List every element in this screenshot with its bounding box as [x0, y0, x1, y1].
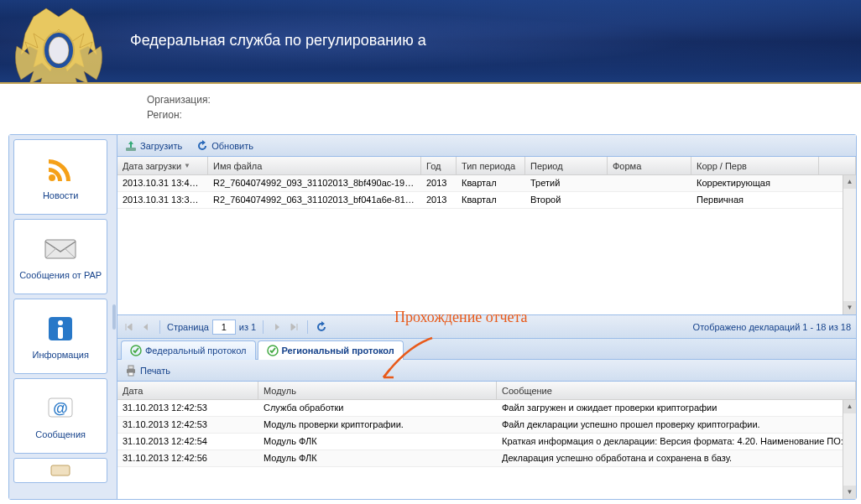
cell-date: 2013.10.31 13:42:49 [117, 175, 208, 191]
header-title: Федеральная служба по регулированию а [130, 32, 426, 49]
separator [263, 320, 264, 334]
table-row[interactable]: 31.10.2013 12:42:56 Модуль ФЛК Деклараци… [117, 450, 856, 467]
sidebar-item-extra[interactable] [13, 458, 107, 483]
cell: 31.10.2013 12:42:53 [117, 417, 258, 433]
cell-ptype: Квартал [457, 175, 525, 191]
cell: 31.10.2013 12:42:53 [117, 400, 258, 416]
tab-label: Региональный протокол [282, 346, 394, 356]
top-toolbar: Загрузить Обновить [117, 135, 856, 157]
svg-rect-11 [51, 465, 70, 475]
last-page-button[interactable] [287, 320, 300, 334]
first-page-button[interactable] [123, 320, 136, 334]
table-row[interactable]: 2013.10.31 13:42:49 R2_7604074992_093_31… [117, 175, 856, 192]
table-row[interactable]: 31.10.2013 12:42:53 Служба обработки Фай… [117, 400, 856, 417]
cell-ptype: Квартал [457, 192, 525, 208]
separator [307, 320, 308, 334]
col-header-year[interactable]: Год [421, 157, 457, 174]
cell: Краткая информация о декларации: Версия … [497, 434, 856, 449]
refresh-icon [196, 139, 209, 153]
pager: Страница из 1 Отображено деклараций 1 - … [117, 314, 856, 338]
reload-button[interactable] [315, 320, 328, 334]
cell: Служба обработки [258, 400, 497, 416]
col-header-spacer [819, 157, 856, 174]
bottom-grid-header: Дата Модуль Сообщение [117, 382, 856, 400]
page-label: Страница [167, 322, 209, 332]
next-page-button[interactable] [270, 320, 284, 334]
cell: Модуль проверки криптографии. [258, 417, 497, 433]
separator [159, 320, 160, 334]
sidebar-item-news[interactable]: Новости [13, 139, 107, 215]
cell-corr: Первичная [691, 192, 819, 208]
tab-regional[interactable]: Региональный протокол [258, 340, 404, 360]
table-row[interactable]: 2013.10.31 13:38:31 R2_7604074992_063_31… [117, 192, 856, 209]
svg-point-7 [58, 320, 63, 325]
tab-federal[interactable]: Федеральный протокол [121, 340, 256, 360]
print-label: Печать [140, 366, 170, 376]
tabs: Федеральный протокол Региональный проток… [117, 338, 856, 360]
svg-point-1 [49, 37, 69, 64]
content-area: Загрузить Обновить Дата загрузки ▼ Имя ф… [117, 135, 856, 499]
bottom-panel: Печать Дата Модуль Сообщение 31.10.2013 … [117, 360, 856, 499]
scrollbar[interactable] [843, 175, 856, 314]
tab-label: Федеральный протокол [145, 346, 247, 356]
svg-text:@: @ [53, 400, 68, 417]
print-button[interactable]: Печать [121, 362, 174, 379]
cell-date: 2013.10.31 13:38:31 [117, 192, 208, 208]
sidebar-item-label: Информация [33, 350, 89, 361]
refresh-label: Обновить [211, 141, 253, 151]
cell: 31.10.2013 12:42:54 [117, 434, 258, 449]
col-header-file[interactable]: Имя файла [208, 157, 421, 174]
printer-icon [124, 364, 138, 377]
cell-period: Второй [525, 192, 608, 208]
splitter[interactable] [112, 135, 117, 499]
envelope-icon [44, 232, 77, 266]
col-header-bmodule[interactable]: Модуль [258, 382, 497, 399]
at-icon: @ [44, 392, 77, 425]
app-header: Федеральная служба по регулированию а [0, 0, 861, 84]
sidebar-item-label: Сообщения от РАР [19, 270, 102, 281]
sort-desc-icon: ▼ [184, 162, 190, 169]
info-bar: Организация: Регион: [0, 84, 861, 131]
table-row[interactable]: 31.10.2013 12:42:53 Модуль проверки крип… [117, 417, 856, 434]
table-row[interactable]: 31.10.2013 12:42:54 Модуль ФЛК Краткая и… [117, 434, 856, 450]
check-icon [267, 345, 279, 356]
col-header-corr[interactable]: Корр / Перв [691, 157, 819, 174]
cell: Файл декларации успешно прошел проверку … [497, 417, 856, 433]
col-header-ptype[interactable]: Тип периода [457, 157, 525, 174]
bottom-grid-body: 31.10.2013 12:42:53 Служба обработки Фай… [117, 400, 856, 499]
refresh-button[interactable]: Обновить [192, 138, 257, 154]
scrollbar[interactable] [843, 400, 856, 499]
col-header-form[interactable]: Форма [608, 157, 691, 174]
svg-rect-5 [45, 240, 76, 258]
extra-icon [48, 463, 73, 478]
main-panel: Новости Сообщения от РАР Информация @ Со… [8, 134, 857, 500]
cell: Декларация успешно обработана и сохранен… [497, 450, 856, 466]
sidebar-item-info[interactable]: Информация [13, 299, 107, 374]
prev-page-button[interactable] [139, 320, 153, 334]
page-input[interactable] [212, 320, 236, 335]
cell-file: R2_7604074992_093_31102013_8bf490ac-1929… [208, 175, 421, 191]
emblem-icon [8, 4, 109, 84]
rss-icon [44, 153, 77, 186]
cell: Модуль ФЛК [258, 434, 497, 449]
cell-year: 2013 [421, 175, 457, 191]
load-button[interactable]: Загрузить [121, 138, 185, 154]
cell: Модуль ФЛК [258, 450, 497, 466]
header-background [0, 0, 861, 82]
svg-point-4 [49, 174, 55, 181]
col-header-bdate[interactable]: Дата [117, 382, 258, 399]
org-label: Организация: [147, 92, 861, 107]
cell: Файл загружен и ожидает проверки криптог… [497, 400, 856, 416]
col-header-bmsg[interactable]: Сообщение [497, 382, 856, 399]
col-header-date[interactable]: Дата загрузки ▼ [117, 157, 208, 174]
svg-rect-17 [128, 372, 133, 376]
load-label: Загрузить [140, 141, 182, 151]
page-of-label: из 1 [239, 322, 256, 332]
col-header-period[interactable]: Период [525, 157, 608, 174]
cell-period: Третий [525, 175, 608, 191]
sidebar-item-messages[interactable]: @ Сообщения [13, 378, 107, 454]
svg-rect-16 [128, 366, 133, 369]
pager-status: Отображено деклараций 1 - 18 из 18 [693, 322, 851, 332]
sidebar-item-label: Сообщения [35, 429, 86, 440]
sidebar-item-rar-messages[interactable]: Сообщения от РАР [13, 219, 107, 294]
